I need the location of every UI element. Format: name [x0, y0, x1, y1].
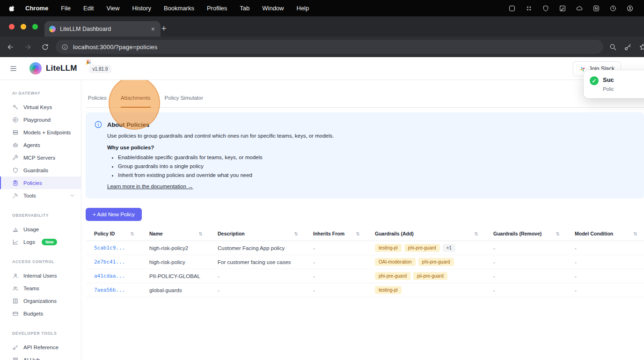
policy-description: -: [209, 287, 305, 293]
note-edit-icon: [559, 5, 566, 12]
column-header-inherits-from[interactable]: Inherits From⇅: [305, 231, 366, 236]
sidebar-item-tools[interactable]: Tools: [0, 189, 81, 202]
sidebar-item-label: Usage: [23, 227, 39, 232]
sidebar-item-models-endpoints[interactable]: Models + Endpoints: [0, 126, 81, 139]
menu-profiles[interactable]: Profiles: [207, 5, 227, 12]
sidebar-item-teams[interactable]: Teams: [0, 282, 81, 294]
sidebar-item-internal-users[interactable]: Internal Users: [0, 269, 81, 282]
sidebar-item-ai-hub[interactable]: AI Hub: [0, 353, 81, 360]
sidebar-item-usage[interactable]: Usage: [0, 223, 81, 235]
sidebar-item-label: Models + Endpoints: [23, 130, 71, 135]
menu-tab[interactable]: Tab: [240, 5, 249, 12]
menu-edit[interactable]: Edit: [83, 5, 94, 12]
menu-bookmarks[interactable]: Bookmarks: [164, 5, 194, 12]
chevron-down-icon[interactable]: [70, 193, 75, 198]
menubar-notion-n[interactable]: [593, 5, 600, 12]
browser-tabstrip: LiteLLM Dashboard × +: [0, 16, 644, 37]
browser-toolbar: localhost:3000/?page=policies: [0, 37, 644, 57]
sort-icon[interactable]: ⇅: [475, 231, 478, 236]
sidebar-item-label: Internal Users: [23, 273, 57, 279]
site-info-icon[interactable]: [61, 44, 68, 51]
bookmark-star-icon[interactable]: [639, 43, 644, 51]
active-app-name[interactable]: Chrome: [25, 5, 48, 12]
new-tab-button[interactable]: +: [157, 22, 170, 35]
password-key-icon[interactable]: [624, 43, 632, 51]
sidebar-item-virtual-keys[interactable]: Virtual Keys: [0, 101, 81, 113]
sidebar-item-guardrails[interactable]: Guardrails: [0, 164, 81, 176]
more-guardrails-chip: +1: [443, 244, 455, 252]
policy-id-link[interactable]: 5cab1c9...: [94, 245, 125, 251]
sort-icon[interactable]: ⇅: [294, 231, 298, 236]
forward-button[interactable]: [21, 40, 35, 54]
reload-button[interactable]: [38, 40, 52, 54]
tab-favicon: [49, 26, 56, 32]
grid-icon: [12, 357, 19, 360]
column-header-guardrails-remove[interactable]: Guardrails (Remove)⇅: [485, 231, 566, 236]
menubar-user-circle[interactable]: [626, 5, 634, 12]
back-button[interactable]: [3, 40, 17, 54]
policy-description: For customer facing use cases: [209, 259, 305, 265]
menubar-shield[interactable]: [542, 5, 549, 12]
policy-id-link[interactable]: 2e7bc41...: [94, 259, 125, 265]
about-bullet: Inherit from existing policies and overr…: [118, 172, 635, 178]
sidebar-item-playground[interactable]: Playground: [0, 113, 81, 126]
search-icon[interactable]: [609, 43, 617, 51]
tab-attachments[interactable]: Attachments: [121, 95, 151, 108]
cloud-icon: [576, 5, 583, 12]
menu-view[interactable]: View: [106, 5, 119, 12]
sidebar-item-logs[interactable]: LogsNew: [0, 235, 81, 248]
menubar-widget-grid[interactable]: [525, 5, 533, 12]
apple-logo-icon[interactable]: [9, 5, 15, 12]
model-condition: -: [566, 287, 644, 293]
sidebar-item-organizations[interactable]: Organizations: [0, 294, 81, 307]
documentation-link[interactable]: Learn more in the documentation →: [107, 184, 193, 189]
about-bullets: Enable/disable specific guardrails for t…: [107, 154, 635, 178]
menubar-clock[interactable]: [609, 5, 617, 12]
column-header-description[interactable]: Description⇅: [209, 231, 305, 236]
column-header-model-condition[interactable]: Model Condition⇅: [566, 231, 644, 236]
menubar-note-edit[interactable]: [559, 5, 566, 12]
add-new-policy-button[interactable]: + Add New Policy: [86, 208, 142, 221]
tab-close-icon[interactable]: ×: [150, 25, 156, 33]
maximize-window-button[interactable]: [32, 24, 38, 29]
policy-id-link[interactable]: 7aea56b...: [94, 287, 125, 293]
sidebar-item-api-reference[interactable]: API Reference: [0, 341, 81, 353]
sidebar-item-agents[interactable]: Agents: [0, 139, 81, 151]
sidebar-item-label: Agents: [23, 142, 40, 148]
address-bar[interactable]: localhost:3000/?page=policies: [56, 40, 603, 54]
tab-policies[interactable]: Policies: [88, 95, 107, 107]
sidebar-item-mcp-servers[interactable]: MCP Servers: [0, 151, 81, 164]
sidebar-item-budgets[interactable]: Budgets: [0, 307, 81, 320]
new-badge: New: [42, 239, 57, 245]
policy-id-link[interactable]: a41cdaa...: [94, 273, 125, 279]
tab-policy-simulator[interactable]: Policy Simulator: [165, 95, 203, 107]
model-condition: -: [566, 273, 644, 279]
minimize-window-button[interactable]: [21, 24, 26, 29]
sidebar-nav: AI GATEWAYVirtual KeysPlaygroundModels +…: [0, 91, 81, 360]
sidebar-item-policies[interactable]: Policies: [0, 176, 81, 189]
menubar-screen-square[interactable]: [508, 5, 516, 12]
menu-help[interactable]: Help: [297, 5, 309, 12]
sidebar-item-label: Tools: [23, 193, 36, 198]
column-header-guardrails-add[interactable]: Guardrails (Add)⇅: [366, 231, 485, 236]
sort-icon[interactable]: ⇅: [199, 231, 203, 236]
toast-title: Suc: [603, 76, 614, 83]
browser-tab[interactable]: LiteLLM Dashboard ×: [44, 21, 161, 37]
sort-icon[interactable]: ⇅: [131, 231, 134, 236]
menu-window[interactable]: Window: [262, 5, 284, 12]
sort-icon[interactable]: ⇅: [634, 231, 637, 236]
page-content: LiteLLM 🎉 v1.81.9 Join Slack ✓ Suc Polic…: [0, 57, 644, 360]
sort-icon[interactable]: ⇅: [556, 231, 560, 236]
sidebar-toggle-icon[interactable]: [9, 65, 17, 73]
table-row: 2e7bc41...high-risk-policyFor customer f…: [86, 255, 644, 269]
sort-icon[interactable]: ⇅: [356, 231, 360, 236]
guardrails-add: testing-pl: [366, 286, 485, 294]
menu-file[interactable]: File: [61, 5, 71, 12]
menu-history[interactable]: History: [132, 5, 151, 12]
column-header-policy-id[interactable]: Policy ID⇅: [86, 231, 141, 236]
close-window-button[interactable]: [9, 24, 15, 29]
guardrail-chip: testing-pl: [375, 244, 402, 252]
column-header-name[interactable]: Name⇅: [141, 231, 209, 236]
menubar-cloud[interactable]: [576, 5, 583, 12]
about-intro: Use policies to group guardrails and con…: [107, 133, 635, 139]
